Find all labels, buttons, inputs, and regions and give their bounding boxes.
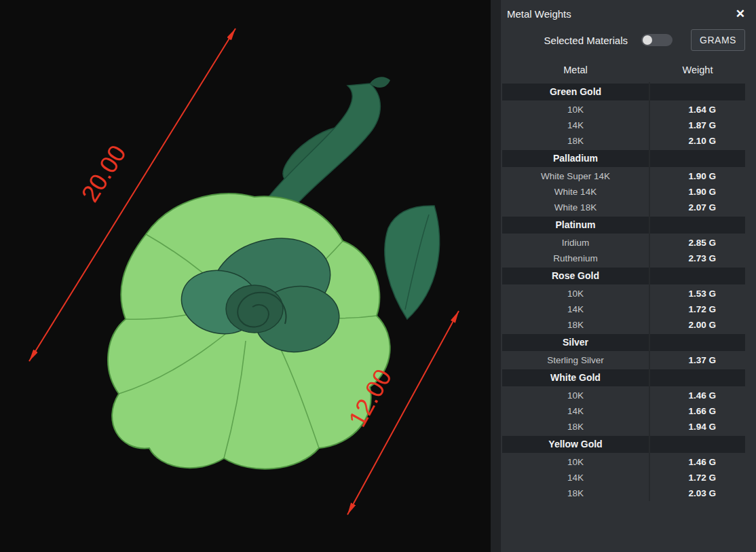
metal-row[interactable]: 18K2.03 G	[502, 485, 746, 501]
metal-row[interactable]: 10K1.46 G	[502, 454, 746, 470]
metal-row[interactable]: 18K2.00 G	[502, 317, 746, 333]
metal-weights-panel: Metal Weights ✕ Selected Materials GRAMS…	[491, 0, 756, 552]
app-window: 20.00 12.00 Metal Weights ✕ Selected Mat…	[0, 0, 756, 552]
metal-group-header: White Gold	[502, 369, 746, 386]
flower-model[interactable]	[108, 77, 440, 468]
metal-row[interactable]: 10K1.53 G	[502, 286, 746, 301]
metal-group-header: Green Gold	[502, 84, 746, 100]
metal-row[interactable]: White 18K2.07 G	[502, 200, 746, 215]
units-button[interactable]: GRAMS	[691, 29, 745, 51]
metal-row[interactable]: 14K1.87 G	[502, 117, 746, 133]
metal-group-header: Silver	[502, 334, 746, 351]
metal-group-header: Rose Gold	[502, 268, 746, 284]
metal-row[interactable]: Sterling Silver1.37 G	[502, 352, 746, 368]
right-leaf	[385, 206, 440, 319]
table-header-row: Metal Weight	[502, 62, 746, 78]
metal-group-header: Platinum	[502, 217, 746, 234]
viewport-scene: 20.00 12.00	[0, 0, 491, 552]
close-icon[interactable]: ✕	[736, 8, 745, 20]
metal-row[interactable]: 14K1.72 G	[502, 470, 746, 485]
metal-row[interactable]: 18K1.94 G	[502, 419, 746, 435]
metal-group-header: Palladium	[502, 150, 746, 167]
selected-materials-toggle[interactable]	[641, 34, 673, 46]
selected-materials-label: Selected Materials	[544, 35, 628, 46]
dimension-label-20: 20.00	[75, 140, 132, 206]
metal-weights-table: Green Gold10K1.64 G14K1.87 G18K2.10 GPal…	[502, 82, 746, 501]
metal-row[interactable]: 18K2.10 G	[502, 133, 746, 149]
metal-row[interactable]: Iridium2.85 G	[502, 235, 746, 251]
panel-title: Metal Weights	[507, 8, 571, 20]
metal-row[interactable]: 10K1.64 G	[502, 102, 746, 117]
metal-row[interactable]: White 14K1.90 G	[502, 184, 746, 200]
column-header-metal: Metal	[502, 62, 649, 78]
toggle-knob	[643, 35, 652, 45]
panel-header: Metal Weights ✕	[501, 0, 756, 25]
metal-row[interactable]: 14K1.72 G	[502, 301, 746, 317]
3d-viewport[interactable]: 20.00 12.00	[0, 0, 491, 552]
metal-row[interactable]: 10K1.46 G	[502, 388, 746, 403]
column-header-weight: Weight	[650, 62, 745, 78]
metal-row[interactable]: 14K1.66 G	[502, 403, 746, 419]
metal-row[interactable]: White Super 14K1.90 G	[502, 168, 746, 184]
metal-row[interactable]: Ruthenium2.73 G	[502, 251, 746, 266]
controls-row: Selected Materials GRAMS	[501, 25, 756, 62]
metal-group-header: Yellow Gold	[502, 436, 746, 453]
